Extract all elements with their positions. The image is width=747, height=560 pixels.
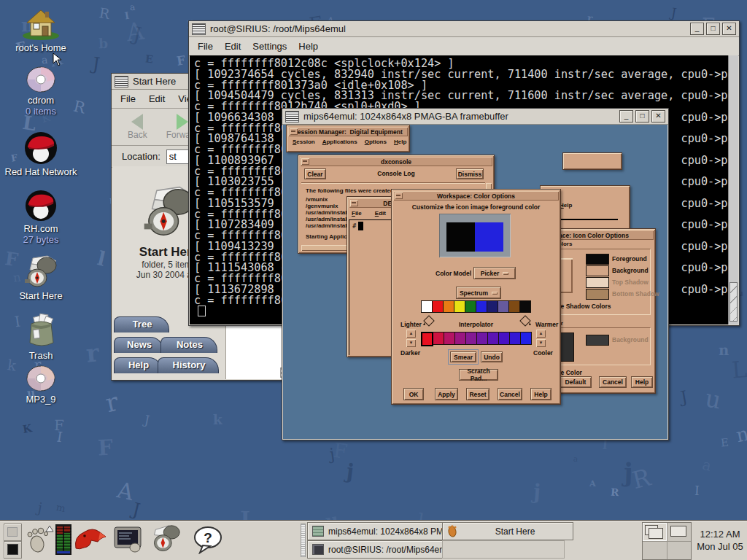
mozilla-launcher[interactable]	[73, 523, 108, 556]
menu-item-help[interactable]: Help	[394, 139, 406, 145]
desktop-icon-trash[interactable]: Trash	[0, 311, 82, 361]
taskbar-task-terminal[interactable]: root@SIRIUS: /root/Mips64emul	[307, 540, 451, 559]
menu-item-session[interactable]: Session	[293, 139, 315, 145]
color-swatch[interactable]	[487, 300, 498, 313]
tab-tree[interactable]: Tree	[114, 316, 169, 332]
desktop-icon-mp3[interactable]: MP3_9	[0, 365, 82, 405]
clock-applet[interactable]: 12:12 AM Mon Jul 05	[694, 521, 746, 560]
menu-item-file[interactable]: File	[352, 210, 362, 217]
cancel-button[interactable]: Cancel	[498, 388, 522, 400]
cooler-arrow-down[interactable]: ▼	[536, 339, 546, 347]
color-swatch[interactable]	[465, 300, 476, 313]
workspace-2[interactable]	[667, 523, 692, 541]
color-swatch[interactable]	[520, 300, 531, 313]
apply-button[interactable]: Apply	[435, 388, 458, 400]
color-swatch[interactable]	[433, 332, 444, 345]
lighter-arrow-up[interactable]: ▲	[406, 330, 416, 338]
color-swatch[interactable]	[433, 300, 444, 313]
workspace-4[interactable]	[667, 542, 692, 560]
start-here-launcher[interactable]	[147, 523, 184, 556]
window-menu-icon[interactable]	[115, 76, 128, 88]
back-button[interactable]: Back	[128, 114, 147, 140]
swatch-top-shadow[interactable]	[586, 277, 609, 288]
window-menu-icon[interactable]	[350, 200, 358, 206]
menu-item-settings[interactable]: Settings	[252, 41, 287, 52]
tab-notes[interactable]: Notes	[160, 337, 217, 353]
maximize-button[interactable]: □	[706, 23, 720, 35]
window-menu-icon[interactable]	[395, 192, 403, 199]
session-manager-titlebar[interactable]: Session Manager: Digital Equipment	[288, 127, 408, 136]
panel-button-dark[interactable]	[4, 541, 22, 559]
color-swatch[interactable]	[498, 300, 509, 313]
color-swatch[interactable]	[421, 332, 433, 346]
tab-news[interactable]: News	[114, 337, 163, 353]
undo-button[interactable]: Undo	[481, 351, 503, 362]
workspace-3[interactable]	[643, 542, 667, 560]
color-model-dropdown[interactable]: Picker	[473, 267, 516, 279]
desktop-icon-home[interactable]: root's Home	[0, 6, 82, 53]
workspace-1[interactable]	[643, 523, 667, 541]
menu-item-edit[interactable]: Edit	[149, 93, 165, 104]
color-swatch[interactable]	[499, 332, 510, 345]
desktop-icon-redhat-network[interactable]: Red Hat Network	[0, 131, 82, 177]
terminal-launcher[interactable]	[111, 523, 144, 556]
color-swatch[interactable]	[488, 332, 499, 345]
panel-handle[interactable]	[301, 524, 306, 557]
default-button[interactable]: Default	[560, 376, 592, 388]
terminal-titlebar[interactable]: root@SIRIUS: /root/Mips64emul _ □ ✕	[189, 21, 739, 37]
help-button[interactable]: Help	[530, 388, 551, 400]
swatch-foreground[interactable]	[586, 254, 609, 265]
close-button[interactable]: ✕	[651, 110, 665, 122]
menu-item-help[interactable]: Help	[298, 41, 318, 52]
desktop-icon-cdrom[interactable]: cdrom 0 items	[0, 66, 82, 117]
dxconsole-titlebar[interactable]: dxconsole	[300, 157, 492, 166]
window-menu-icon[interactable]	[285, 111, 299, 122]
swatch-background[interactable]	[586, 265, 609, 276]
menu-item-file[interactable]: File	[120, 93, 136, 104]
menu-item-help[interactable]: Help	[560, 202, 572, 209]
smear-button[interactable]: Smear	[450, 351, 476, 362]
color-swatch[interactable]	[510, 332, 521, 345]
darker-arrow-down[interactable]: ▼	[406, 339, 416, 347]
color-swatch[interactable]	[444, 300, 454, 313]
color-options-titlebar[interactable]: Workspace: Color Options	[393, 191, 559, 201]
taskbar-task-start-here[interactable]: Start Here	[442, 522, 573, 540]
workspace-pager[interactable]	[642, 522, 692, 560]
reset-button[interactable]: Reset	[466, 388, 489, 400]
close-button[interactable]: ✕	[722, 23, 736, 35]
window-menu-icon[interactable]	[290, 128, 298, 135]
spectrum-dropdown[interactable]: Spectrum	[456, 287, 501, 299]
color-swatch[interactable]	[476, 300, 487, 313]
help-launcher[interactable]: ?	[191, 523, 225, 556]
help-button[interactable]: Help	[631, 376, 653, 388]
tab-history[interactable]: History	[158, 357, 219, 373]
color-swatch[interactable]	[454, 300, 465, 313]
window-menu-icon[interactable]	[192, 23, 206, 35]
color-swatch[interactable]	[509, 300, 520, 313]
box-background-swatch[interactable]	[586, 335, 609, 346]
color-swatch[interactable]	[477, 332, 488, 345]
scratch-pad-button[interactable]: Scratch Pad...	[459, 369, 498, 381]
paint-bucket-icon[interactable]	[519, 314, 532, 328]
window-menu-icon[interactable]	[301, 158, 309, 165]
minimize-button[interactable]: _	[690, 23, 704, 35]
color-swatch[interactable]	[466, 332, 477, 345]
menu-item-options[interactable]: Options	[365, 139, 387, 145]
menu-item-applications[interactable]: Applications	[322, 139, 357, 145]
scrollbar-thumb[interactable]	[729, 282, 738, 322]
menu-item-file[interactable]: File	[198, 41, 213, 52]
terminal-scrollbar[interactable]	[728, 55, 738, 324]
color-swatch[interactable]	[444, 332, 455, 345]
taskbar-task-mips64emul[interactable]: mips64emul: 1024x864x8 PMAG-...	[307, 522, 451, 540]
popup-arrow-icon[interactable]	[45, 525, 54, 532]
color-swatch[interactable]	[455, 332, 466, 345]
swatch-bottom-shadow[interactable]	[586, 289, 609, 300]
desktop-icon-rhcom[interactable]: RH.com 27 bytes	[0, 190, 82, 245]
color-swatch[interactable]	[421, 300, 433, 313]
color-swatch[interactable]	[521, 332, 532, 345]
menu-item-edit[interactable]: Edit	[375, 210, 386, 217]
maximize-button[interactable]: □	[635, 110, 649, 122]
framebuffer-desktop[interactable]: Session Manager: Digital Equipment Sessi…	[283, 125, 667, 439]
warmer-arrow-up[interactable]: ▲	[536, 330, 546, 338]
ok-button[interactable]: OK	[403, 388, 424, 400]
